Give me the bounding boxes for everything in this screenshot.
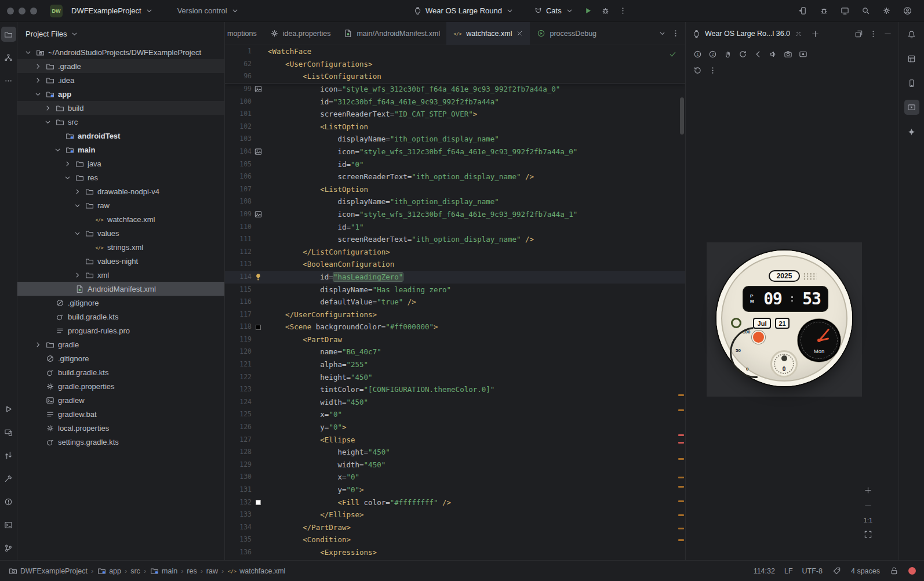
gemini-button[interactable] <box>904 124 919 139</box>
code-line-100[interactable]: 100 id="312c30bf_f64a_461e_9c93_992f2fb7… <box>225 96 685 108</box>
color-swatch-white[interactable] <box>256 500 261 505</box>
tree-item-gitignore[interactable]: .gitignore <box>17 296 224 310</box>
breadcrumb-app[interactable]: app <box>97 566 121 576</box>
color-swatch-black[interactable] <box>256 325 261 330</box>
run-configuration-selector[interactable]: Cats <box>529 3 579 18</box>
tree-item-gitignore[interactable]: .gitignore <box>17 351 224 365</box>
code-line-106[interactable]: 106 screenReaderText="ith_option_display… <box>225 170 685 183</box>
code-line-96[interactable]: 96 <ListConfiguration <box>225 70 685 83</box>
breadcrumb-dwfexampleproject[interactable]: DWFExampleProject <box>8 566 88 576</box>
zoom-in-icon[interactable] <box>863 485 873 495</box>
settings-button[interactable] <box>879 3 894 19</box>
code-line-120[interactable]: 120 name="BG_40c7" <box>225 346 685 358</box>
account-button[interactable] <box>900 3 915 19</box>
code-line-115[interactable]: 115 displayName="Has leading zero" <box>225 284 685 296</box>
code-line-62[interactable]: 62 <UserConfigurations> <box>225 58 685 71</box>
tree-item-androidstudioprojects-dwfexampleproject[interactable]: ~/AndroidStudioProjects/DWFExampleProjec… <box>17 45 224 59</box>
emulator-display[interactable]: 2025 P M 09 53 Jul <box>707 242 862 397</box>
tree-item-settings-gradle-kts[interactable]: settings.gradle.kts <box>17 435 224 449</box>
code-line-127[interactable]: 127 <Ellipse <box>225 434 685 446</box>
editor-tab-main-androidmanifest-xml[interactable]: main/AndroidManifest.xml <box>337 22 446 45</box>
tree-item-gradle[interactable]: .gradle <box>17 59 224 73</box>
code-line-103[interactable]: 103 displayName="ith_option_display_name… <box>225 133 685 146</box>
stripe-mark[interactable] <box>678 409 684 411</box>
stripe-mark[interactable] <box>678 394 684 396</box>
rotate-button[interactable] <box>736 47 750 61</box>
code-line-114[interactable]: 114 id="hasLeadingZero" <box>225 271 685 284</box>
breadcrumb-watchface-xml[interactable]: </>watchface.xml <box>227 566 285 576</box>
code-line-130[interactable]: 130 x="0" <box>225 471 685 484</box>
terminal-button[interactable] <box>1 517 16 532</box>
breadcrumb-raw[interactable]: raw <box>206 567 218 575</box>
structure-button[interactable] <box>1 50 16 65</box>
tree-item-values-night[interactable]: values-night <box>17 254 224 268</box>
code-line-132[interactable]: 132 <Fill color="#ffffffff" /> <box>225 496 685 509</box>
run-button[interactable] <box>1 401 16 416</box>
problems-button[interactable] <box>1 494 16 509</box>
breadcrumb-main[interactable]: main <box>150 566 177 576</box>
device-tab-title[interactable]: Wear OS Large Ro...l 36.0 <box>705 30 790 38</box>
more-tool-windows-button[interactable] <box>1 73 16 88</box>
editor-tab-processdebug[interactable]: processDebug <box>530 22 598 45</box>
tree-item-gradle[interactable]: gradle <box>17 337 224 351</box>
breadcrumb-res[interactable]: res <box>187 567 197 575</box>
code-line-118[interactable]: 118 <Scene backgroundColor="#ff000000"> <box>225 321 685 333</box>
stripe-mark[interactable] <box>678 514 684 516</box>
tree-item-drawable-nodpi-v4[interactable]: drawable-nodpi-v4 <box>17 184 224 198</box>
tree-item-strings-xml[interactable]: </>strings.xml <box>17 240 224 254</box>
tree-item-java[interactable]: java <box>17 157 224 170</box>
build-button[interactable] <box>1 471 16 486</box>
open-in-window-icon[interactable] <box>854 29 864 39</box>
tree-item-build[interactable]: build <box>17 101 224 115</box>
code-line-129[interactable]: 129 width="450" <box>225 459 685 471</box>
code-line-128[interactable]: 128 height="450" <box>225 446 685 459</box>
stripe-mark[interactable] <box>678 434 684 436</box>
editor-tab-watchface-xml[interactable]: </>watchface.xml <box>446 22 530 45</box>
more-run-options-button[interactable] <box>616 3 631 19</box>
inspections-ok-icon[interactable] <box>668 50 677 60</box>
palm-button[interactable] <box>721 47 734 61</box>
volume-button[interactable] <box>766 47 780 61</box>
code-line-125[interactable]: 125 x="0" <box>225 408 685 421</box>
code-line-113[interactable]: 113 <BooleanConfiguration <box>225 258 685 271</box>
code-line-108[interactable]: 108 displayName="ith_option_display_name… <box>225 195 685 208</box>
minimize-window-button[interactable] <box>19 8 26 14</box>
stripe-mark[interactable] <box>678 539 684 541</box>
version-control-menu-button[interactable]: Version control <box>173 3 244 18</box>
reset-button[interactable] <box>690 63 704 77</box>
editor-tab-moptions[interactable]: moptions <box>226 22 263 45</box>
studio-bot-button[interactable] <box>816 3 831 19</box>
device-manager-button[interactable] <box>1 424 16 440</box>
tree-item-gradle-properties[interactable]: gradle.properties <box>17 379 224 393</box>
stripe-mark[interactable] <box>678 500 684 502</box>
code-line-109[interactable]: 109 icon="style_wfs_312c30bf_f64a_461e_9… <box>225 208 685 221</box>
intention-bulb-icon[interactable] <box>253 272 263 282</box>
tree-item-androidtest[interactable]: androidTest <box>17 129 224 143</box>
button-2-button[interactable]: 2 <box>705 47 719 61</box>
stripe-mark[interactable] <box>678 528 684 529</box>
code-line-1[interactable]: 1<WatchFace <box>225 45 685 58</box>
code-line-124[interactable]: 124 width="450" <box>225 396 685 409</box>
tree-item-xml[interactable]: xml <box>17 268 224 282</box>
tree-item-build-gradle-kts[interactable]: build.gradle.kts <box>17 365 224 379</box>
code-line-117[interactable]: 117 </UserConfigurations> <box>225 308 685 321</box>
code-line-105[interactable]: 105 id="0" <box>225 158 685 171</box>
running-devices-button[interactable] <box>904 100 919 115</box>
tree-item-main[interactable]: main <box>17 143 224 157</box>
tree-item-raw[interactable]: raw <box>17 198 224 212</box>
search-button[interactable] <box>858 3 873 19</box>
debug-button[interactable] <box>598 3 613 19</box>
code-line-122[interactable]: 122 height="450" <box>225 371 685 384</box>
device-mirroring-button[interactable] <box>795 3 810 19</box>
camera-button[interactable] <box>781 47 795 61</box>
tree-item-idea[interactable]: .idea <box>17 73 224 87</box>
code-line-116[interactable]: 116 defaultValue="true" /> <box>225 296 685 308</box>
tab-options-icon[interactable] <box>671 28 681 38</box>
zoom-out-icon[interactable] <box>863 501 873 511</box>
version-control-button[interactable] <box>1 540 16 555</box>
stripe-mark[interactable] <box>678 442 684 444</box>
zoom-window-button[interactable] <box>30 8 37 14</box>
stripe-mark[interactable] <box>678 477 684 478</box>
project-view-button[interactable] <box>1 27 16 42</box>
tree-item-local-properties[interactable]: local.properties <box>17 421 224 435</box>
